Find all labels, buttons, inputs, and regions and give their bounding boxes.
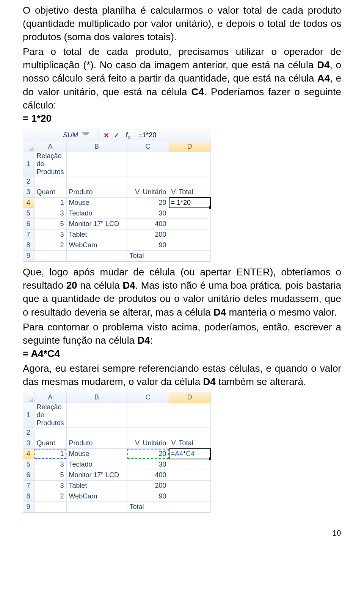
cell[interactable] [169, 176, 210, 187]
col-header-D[interactable]: D [169, 392, 210, 403]
cell[interactable]: 2 [34, 240, 66, 251]
cell-c4-referenced[interactable]: 20 [127, 448, 169, 459]
row-header[interactable]: 8 [23, 491, 34, 501]
col-header-C[interactable]: C [127, 141, 169, 152]
row-header[interactable]: 2 [23, 176, 34, 187]
cell[interactable] [169, 459, 210, 470]
col-header-C[interactable]: C [127, 392, 169, 403]
cell[interactable]: Mouse [66, 448, 127, 459]
cell[interactable] [66, 403, 127, 427]
cell[interactable] [169, 427, 210, 438]
cell[interactable] [34, 251, 66, 261]
cell[interactable]: 200 [127, 229, 169, 240]
row-header[interactable]: 5 [23, 459, 34, 470]
cell[interactable]: 1 [34, 198, 66, 208]
cell[interactable]: 90 [127, 491, 169, 501]
cell[interactable]: WebCam [66, 240, 127, 251]
cell-a4-referenced[interactable]: 1 [34, 448, 66, 459]
cell[interactable] [66, 501, 127, 512]
cell[interactable]: Mouse [66, 198, 127, 208]
cell[interactable]: Monitor 17" LCD [66, 470, 127, 480]
cell[interactable] [66, 176, 127, 187]
cell[interactable] [169, 501, 210, 512]
row-header[interactable]: 7 [23, 229, 34, 240]
select-all-corner[interactable] [23, 392, 34, 403]
cell[interactable]: 5 [34, 219, 66, 229]
cell[interactable]: WebCam [66, 491, 127, 501]
cancel-icon[interactable]: ✕ [104, 131, 109, 140]
cell[interactable]: 3 [34, 229, 66, 240]
cell[interactable]: 2 [34, 491, 66, 501]
cell[interactable] [169, 240, 210, 251]
row-header[interactable]: 3 [23, 438, 34, 448]
cell[interactable]: 200 [127, 480, 169, 491]
cell[interactable] [66, 251, 127, 261]
cell[interactable] [127, 176, 169, 187]
col-header-A[interactable]: A [34, 141, 66, 152]
cell[interactable] [169, 152, 210, 176]
cell[interactable] [66, 152, 127, 176]
cell[interactable] [169, 229, 210, 240]
cell[interactable]: V. Total [169, 187, 210, 198]
row-header[interactable]: 1 [23, 152, 34, 176]
row-header[interactable]: 9 [23, 501, 34, 512]
confirm-icon[interactable]: ✓ [114, 131, 119, 140]
cell[interactable] [169, 208, 210, 219]
cell[interactable]: 20 [127, 198, 169, 208]
cell[interactable]: Quant [34, 438, 66, 448]
spreadsheet-grid[interactable]: A B C D 1 Relação de Produtos 2 3 Quant … [23, 392, 211, 512]
cell[interactable]: V. Unitário [127, 187, 169, 198]
cell[interactable] [34, 176, 66, 187]
col-header-B[interactable]: B [66, 141, 127, 152]
cell[interactable]: Tablet [66, 229, 127, 240]
cell[interactable]: 3 [34, 480, 66, 491]
cell[interactable]: Produto [66, 438, 127, 448]
cell[interactable]: 3 [34, 208, 66, 219]
cell[interactable]: V. Unitário [127, 438, 169, 448]
row-header[interactable]: 4 [23, 198, 34, 208]
row-header[interactable]: 4 [23, 448, 34, 459]
cell[interactable]: Total [127, 251, 169, 261]
row-header[interactable]: 6 [23, 219, 34, 229]
cell[interactable]: Relação de Produtos [34, 152, 66, 176]
cell[interactable]: 90 [127, 240, 169, 251]
cell[interactable]: V. Total [169, 438, 210, 448]
cell[interactable]: 3 [34, 459, 66, 470]
row-header[interactable]: 5 [23, 208, 34, 219]
name-box[interactable]: SUM [23, 129, 99, 141]
cell[interactable]: Produto [66, 187, 127, 198]
cell[interactable] [127, 152, 169, 176]
row-header[interactable]: 9 [23, 251, 34, 261]
spreadsheet-grid[interactable]: A B C D 1 Relação de Produtos 2 3 Quant … [23, 141, 211, 262]
cell[interactable] [169, 403, 210, 427]
row-header[interactable]: 6 [23, 470, 34, 480]
dropdown-icon[interactable] [82, 132, 89, 138]
cell[interactable]: Monitor 17" LCD [66, 219, 127, 229]
cell[interactable]: Tablet [66, 480, 127, 491]
fx-icon[interactable]: fx [126, 131, 130, 140]
cell[interactable]: 400 [127, 219, 169, 229]
formula-bar-value[interactable]: =1*20 [135, 131, 160, 139]
cell[interactable]: Quant [34, 187, 66, 198]
cell[interactable] [34, 427, 66, 438]
row-header[interactable]: 3 [23, 187, 34, 198]
cell[interactable]: 30 [127, 208, 169, 219]
cell[interactable]: 400 [127, 470, 169, 480]
cell[interactable] [34, 501, 66, 512]
row-header[interactable]: 7 [23, 480, 34, 491]
cell[interactable] [169, 470, 210, 480]
cell[interactable]: Teclado [66, 459, 127, 470]
cell[interactable] [169, 251, 210, 261]
active-cell-d4[interactable]: = 1*20 [169, 198, 210, 208]
col-header-B[interactable]: B [66, 392, 127, 403]
row-header[interactable]: 1 [23, 403, 34, 427]
cell[interactable] [66, 427, 127, 438]
row-header[interactable]: 8 [23, 240, 34, 251]
cell[interactable]: 30 [127, 459, 169, 470]
row-header[interactable]: 2 [23, 427, 34, 438]
col-header-A[interactable]: A [34, 392, 66, 403]
cell[interactable] [127, 403, 169, 427]
cell[interactable]: Relação de Produtos [34, 403, 66, 427]
cell[interactable] [169, 219, 210, 229]
col-header-D[interactable]: D [169, 141, 210, 152]
